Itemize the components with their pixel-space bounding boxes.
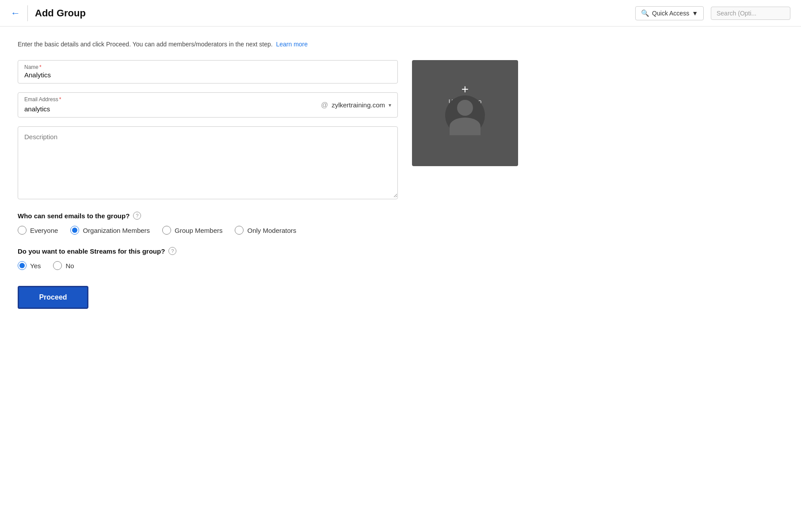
proceed-button[interactable]: Proceed (18, 286, 88, 309)
learn-more-link[interactable]: Learn more (276, 41, 308, 48)
option-only-moderators-label: Only Moderators (247, 227, 296, 234)
email-field-group: Email Address* @ zylkertraining.com ▾ (18, 92, 398, 118)
option-org-members[interactable]: Organization Members (70, 226, 150, 235)
option-yes-label: Yes (30, 262, 41, 270)
quick-access-button[interactable]: 🔍 Quick Access ▼ (635, 6, 704, 20)
option-only-moderators[interactable]: Only Moderators (235, 226, 296, 235)
option-yes[interactable]: Yes (18, 261, 41, 270)
form-layout: Name* Email Address* @ zylkertraining.co… (18, 60, 783, 309)
name-label: Name* (24, 64, 42, 70)
form-fields: Name* Email Address* @ zylkertraining.co… (18, 60, 398, 309)
upload-plus-icon: + (462, 82, 469, 96)
radio-only-moderators[interactable] (235, 226, 244, 235)
radio-yes[interactable] (18, 261, 27, 270)
enable-streams-help-icon[interactable]: ? (168, 247, 176, 255)
intro-text: Enter the basic details and click Procee… (18, 41, 783, 48)
option-everyone[interactable]: Everyone (18, 226, 58, 235)
option-everyone-label: Everyone (30, 227, 58, 234)
option-group-members[interactable]: Group Members (162, 226, 222, 235)
who-can-send-section: Who can send emails to the group? ? Ever… (18, 212, 398, 235)
radio-everyone[interactable] (18, 226, 27, 235)
who-can-send-options: Everyone Organization Members Group Memb… (18, 226, 398, 235)
description-input[interactable] (18, 127, 397, 198)
search-bar[interactable]: Search (Opti... (711, 7, 790, 20)
radio-no[interactable] (53, 261, 62, 270)
enable-streams-options: Yes No (18, 261, 398, 270)
radio-org-members[interactable] (70, 226, 79, 235)
description-field-group (18, 126, 398, 199)
header-actions: 🔍 Quick Access ▼ Search (Opti... (635, 6, 790, 20)
quick-access-label: Quick Access (652, 10, 689, 17)
header-divider (27, 5, 28, 21)
search-icon: 🔍 (641, 9, 649, 17)
name-wrapper: Name* (18, 60, 398, 84)
name-input[interactable] (18, 61, 246, 83)
upload-logo-box[interactable]: + Upload logo (412, 60, 518, 166)
option-org-members-label: Organization Members (83, 227, 150, 234)
back-button[interactable]: ← (11, 8, 20, 19)
header: ← Add Group 🔍 Quick Access ▼ Search (Opt… (0, 0, 801, 27)
who-can-send-help-icon[interactable]: ? (133, 212, 141, 220)
email-at-symbol: @ (321, 101, 328, 109)
email-domain: zylkertraining.com (332, 101, 385, 109)
page-title: Add Group (35, 8, 635, 19)
option-group-members-label: Group Members (175, 227, 222, 234)
email-wrapper: Email Address* @ zylkertraining.com ▾ (18, 92, 398, 118)
option-no[interactable]: No (53, 261, 74, 270)
email-domain-section: @ zylkertraining.com ▾ (321, 101, 391, 109)
chevron-down-icon: ▼ (692, 10, 698, 17)
name-field-group: Name* (18, 60, 398, 84)
enable-streams-label: Do you want to enable Streams for this g… (18, 247, 398, 255)
avatar-placeholder (445, 95, 485, 135)
email-label: Email Address* (24, 96, 61, 103)
option-no-label: No (65, 262, 74, 270)
radio-group-members[interactable] (162, 226, 171, 235)
who-can-send-label: Who can send emails to the group? ? (18, 212, 398, 220)
description-wrapper (18, 126, 398, 199)
main-content: Enter the basic details and click Procee… (0, 27, 801, 323)
domain-chevron-icon[interactable]: ▾ (389, 102, 391, 108)
enable-streams-section: Do you want to enable Streams for this g… (18, 247, 398, 270)
